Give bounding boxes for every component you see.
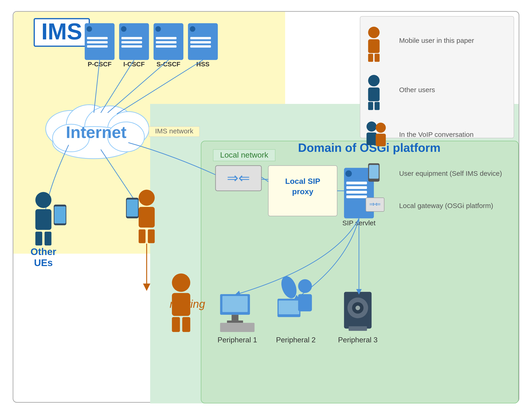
svg-point-96 — [368, 27, 380, 38]
osgi-domain-background — [201, 141, 519, 404]
svg-text:UEs: UEs — [34, 257, 53, 268]
svg-rect-99 — [374, 54, 380, 62]
svg-point-101 — [368, 75, 380, 87]
svg-rect-98 — [368, 54, 373, 62]
svg-text:Other users: Other users — [399, 86, 435, 94]
svg-rect-102 — [368, 87, 380, 101]
svg-text:Mobile user in this paper: Mobile user in this paper — [399, 37, 474, 44]
main-diagram: Internet IMS P-CSCF I-CSCF S-CSCF HSS — [13, 11, 519, 403]
svg-rect-97 — [368, 39, 380, 53]
